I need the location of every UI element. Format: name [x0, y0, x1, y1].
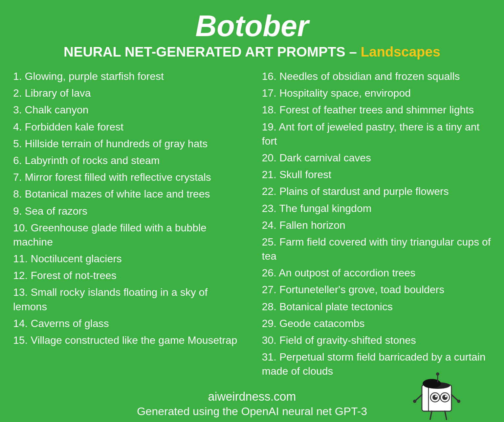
list-item: 14. Caverns of glass [13, 315, 242, 332]
list-item: 13. Small rocky islands floating in a sk… [13, 284, 242, 315]
list-item: 5. Hillside terrain of hundreds of gray … [13, 135, 242, 152]
robot-illustration [412, 368, 465, 421]
list-item: 3. Chalk canyon [13, 102, 242, 118]
svg-point-3 [432, 395, 438, 400]
subtitle: NEURAL NET-GENERATED ART PROMPTS – Lands… [64, 44, 440, 60]
svg-line-16 [430, 411, 432, 419]
list-item: 6. Labyrinth of rocks and steam [13, 152, 242, 169]
list-item: 15. Village constructed like the game Mo… [13, 332, 242, 349]
list-item: 17. Hospitality space, enviropod [262, 85, 491, 102]
list-item: 25. Farm field covered with tiny triangu… [262, 234, 491, 265]
footer-url: aiweirdness.com [208, 390, 296, 404]
page-container: Botober NEURAL NET-GENERATED ART PROMPTS… [0, 0, 504, 422]
list-item: 30. Field of gravity-shifted stones [262, 332, 491, 349]
list-item: 1. Glowing, purple starfish forest [13, 68, 242, 85]
list-item: 10. Greenhouse glade filled with a bubbl… [13, 220, 242, 250]
list-item: 7. Mirror forest filled with reflective … [13, 169, 242, 186]
list-item: 11. Noctilucent glaciers [13, 250, 242, 267]
list-item: 20. Dark carnival caves [262, 150, 491, 166]
prompts-right-column: 16. Needles of obsidian and frozen squal… [262, 68, 491, 380]
list-item: 29. Geode catacombs [262, 315, 491, 332]
svg-point-13 [413, 400, 416, 403]
list-item: 16. Needles of obsidian and frozen squal… [262, 68, 491, 85]
prompts-left-column: 1. Glowing, purple starfish forest2. Lib… [13, 68, 242, 380]
svg-point-4 [435, 395, 437, 397]
svg-point-9 [423, 379, 441, 388]
footer-credit: Generated using the OpenAI neural net GP… [137, 405, 367, 418]
subtitle-prefix: NEURAL NET-GENERATED ART PROMPTS – [64, 44, 361, 59]
page-title: Botober [195, 10, 309, 42]
subtitle-highlight: Landscapes [361, 44, 440, 59]
list-item: 2. Library of lava [13, 85, 242, 102]
svg-point-15 [457, 400, 460, 403]
list-item: 28. Botanical plate tectonics [262, 298, 491, 315]
list-item: 12. Forest of not-trees [13, 267, 242, 284]
svg-point-7 [445, 395, 447, 397]
list-item: 22. Plains of stardust and purple flower… [262, 183, 491, 200]
svg-line-17 [445, 411, 447, 419]
svg-point-11 [436, 372, 439, 376]
footer: aiweirdness.com Generated using the Open… [13, 390, 491, 418]
list-item: 4. Forbidden kale forest [13, 119, 242, 135]
list-item: 26. An outpost of accordion trees [262, 265, 491, 281]
svg-point-6 [442, 395, 448, 400]
list-item: 19. Ant fort of jeweled pastry, there is… [262, 119, 491, 150]
list-item: 8. Botanical mazes of white lace and tre… [13, 186, 242, 202]
list-item: 21. Skull forest [262, 166, 491, 183]
list-item: 23. The fungal kingdom [262, 200, 491, 217]
list-item: 9. Sea of razors [13, 203, 242, 220]
list-item: 24. Fallen horizon [262, 217, 491, 234]
list-item: 18. Forest of feather trees and shimmer … [262, 102, 491, 118]
prompts-grid: 1. Glowing, purple starfish forest2. Lib… [13, 68, 491, 380]
list-item: 27. Fortuneteller's grove, toad boulders [262, 281, 491, 298]
